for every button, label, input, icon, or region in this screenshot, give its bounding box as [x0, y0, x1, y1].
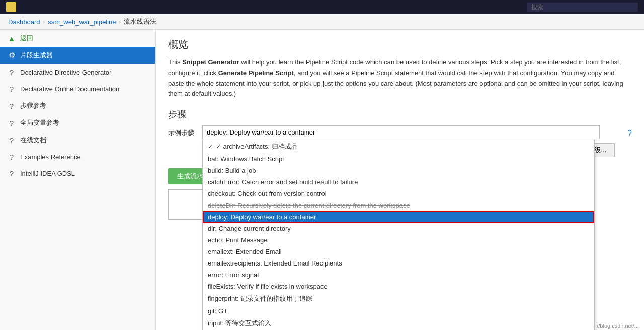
sidebar: ▲ 返回 ⚙ 片段生成器 ? Declarative Directive Gen…: [0, 30, 156, 330]
dropdown-list: ✓ archiveArtifacts: 归档成品bat: Windows Bat…: [202, 140, 595, 330]
intro-bold1: Snippet Generator: [182, 58, 239, 66]
steps-title: 步骤: [168, 108, 632, 120]
sidebar-label-online-docs2: 在线文档: [20, 136, 46, 145]
back-arrow-icon: ▲: [7, 34, 16, 43]
dropdown-item-error[interactable]: error: Error signal: [203, 269, 594, 281]
dropdown-item-dir[interactable]: dir: Change current directory: [203, 223, 594, 234]
breadcrumb-dashboard[interactable]: Dashboard: [8, 18, 40, 26]
intellij-icon: ?: [7, 169, 16, 178]
top-navigation: [0, 0, 644, 14]
breadcrumb-sep1: ›: [43, 19, 45, 25]
dropdown-item-deleteDir[interactable]: deleteDir: Recursively delete the curren…: [203, 200, 594, 211]
dropdown-item-fileExists[interactable]: fileExists: Verify if file exists in wor…: [203, 281, 594, 292]
dropdown-item-emailext[interactable]: emailext: Extended Email: [203, 246, 594, 257]
steps-ref-icon: ?: [7, 102, 16, 110]
top-search-area: [527, 3, 638, 12]
dropdown-item-isUnix[interactable]: isUnix: Checks if running on a Unix-like…: [203, 330, 594, 330]
sidebar-item-intellij[interactable]: ? IntelliJ IDEA GDSL: [0, 165, 155, 182]
dropdown-item-input[interactable]: input: 等待交互式输入: [203, 317, 594, 330]
dropdown-item-build[interactable]: build: Build a job: [203, 165, 594, 176]
breadcrumb-pipeline[interactable]: ssm_web_war_pipeline: [48, 18, 116, 26]
sidebar-item-examples[interactable]: ? Examples Reference: [0, 149, 155, 165]
sidebar-item-global-var[interactable]: ? 全局变量参考: [0, 114, 155, 131]
sidebar-label-intellij: IntelliJ IDEA GDSL: [20, 170, 75, 177]
step-help-icon[interactable]: ?: [627, 126, 632, 138]
step-label: 示例步骤: [168, 125, 198, 138]
breadcrumb: Dashboard › ssm_web_war_pipeline › 流水线语法: [0, 14, 644, 30]
sidebar-item-online-doc[interactable]: ? Declarative Online Documentation: [0, 81, 155, 97]
dropdown-item-echo[interactable]: echo: Print Message: [203, 234, 594, 246]
dropdown-item-fingerprint[interactable]: fingerprint: 记录文件的指纹用于追踪: [203, 292, 594, 305]
breadcrumb-current: 流水线语法: [124, 17, 156, 26]
dropdown-item-archiveArtifacts[interactable]: ✓ archiveArtifacts: 归档成品: [203, 140, 594, 153]
sidebar-label-examples: Examples Reference: [20, 153, 81, 161]
breadcrumb-sep2: ›: [119, 19, 121, 25]
steps-section: 步骤 示例步骤 deploy: Deploy war/ear to a cont…: [168, 108, 632, 220]
sidebar-item-online-docs2[interactable]: ? 在线文档: [0, 131, 155, 149]
dropdown-item-git[interactable]: git: Git: [203, 305, 594, 317]
sidebar-label-steps-ref: 步骤参考: [20, 101, 46, 110]
top-search-input[interactable]: [527, 3, 638, 12]
sidebar-label-snippet-gen: 片段生成器: [20, 51, 53, 60]
sidebar-item-steps-ref[interactable]: ? 步骤参考: [0, 97, 155, 114]
back-label: 返回: [20, 34, 33, 43]
intro-paragraph: This Snippet Generator will help you lea…: [168, 57, 632, 99]
directive-gen-icon: ?: [7, 68, 16, 77]
dropdown-item-checkout[interactable]: checkout: Check out from version control: [203, 188, 594, 200]
dropdown-item-catchError[interactable]: catchError: Catch error and set build re…: [203, 176, 594, 188]
overview-title: 概览: [168, 38, 632, 51]
sidebar-label-global-var: 全局变量参考: [20, 118, 59, 127]
sidebar-label-directive-gen: Declarative Directive Generator: [20, 69, 111, 76]
dropdown-container: deploy: Deploy war/ear to a container ✓ …: [202, 125, 625, 139]
dropdown-item-deploy[interactable]: deploy: Deploy war/ear to a container: [203, 211, 594, 223]
sidebar-item-snippet-gen[interactable]: ⚙ 片段生成器: [0, 47, 155, 64]
step-row: 示例步骤 deploy: Deploy war/ear to a contain…: [168, 125, 632, 157]
online-doc-icon: ?: [7, 85, 16, 93]
sidebar-item-directive-gen[interactable]: ? Declarative Directive Generator: [0, 64, 155, 81]
examples-icon: ?: [7, 153, 16, 161]
sidebar-item-back[interactable]: ▲ 返回: [0, 30, 155, 47]
app-logo: [6, 2, 16, 12]
main-layout: ▲ 返回 ⚙ 片段生成器 ? Declarative Directive Gen…: [0, 30, 644, 330]
online-docs2-icon: ?: [7, 136, 16, 145]
global-var-icon: ?: [7, 119, 16, 127]
intro-bold2: Generate Pipeline Script: [218, 69, 294, 77]
dropdown-item-emailextrecipients[interactable]: emailextrecipients: Extended Email Recip…: [203, 257, 594, 269]
step-dropdown-wrapper: deploy: Deploy war/ear to a container ✓ …: [202, 125, 632, 157]
step-select[interactable]: deploy: Deploy war/ear to a container: [202, 125, 600, 139]
snippet-gen-icon: ⚙: [7, 51, 16, 60]
dropdown-item-bat[interactable]: bat: Windows Batch Script: [203, 153, 594, 165]
main-content: 概览 This Snippet Generator will help you …: [156, 30, 644, 330]
sidebar-label-online-doc: Declarative Online Documentation: [20, 85, 119, 93]
